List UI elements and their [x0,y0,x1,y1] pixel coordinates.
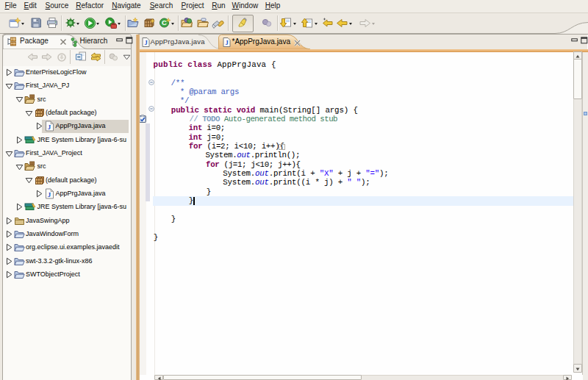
svg-text:C: C [162,18,167,26]
svg-text:J: J [47,191,51,198]
svg-text:J: J [47,123,51,131]
